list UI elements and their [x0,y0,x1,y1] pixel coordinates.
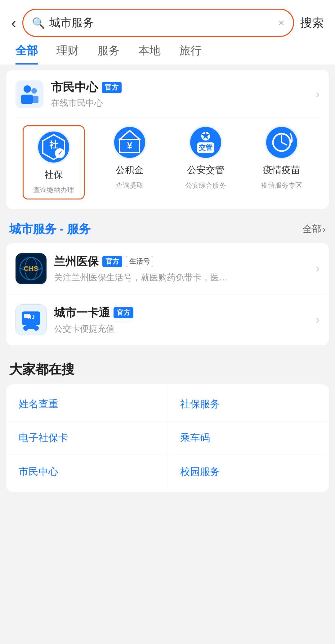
tab-all[interactable]: 全部 [16,43,38,65]
civic-subtitle: 在线市民中心 [51,97,308,109]
gjj-icon: ¥ [113,125,147,159]
popular-row-1: 姓名查重 社保服务 [6,387,329,421]
lzybao-chevron: › [316,262,319,275]
yikatong-official-badge: 官方 [114,307,133,318]
civic-center-icon [16,80,43,108]
yimiao-desc: 疫情服务专区 [261,181,302,190]
services-list-card: CHS 兰州医保 官方 生活号 关注兰州医保生活号，就医购药免带卡，医… › N… [6,243,329,345]
popular-title: 大家都在搜 [0,351,335,384]
svg-point-3 [31,88,37,94]
popular-section: 大家都在搜 姓名查重 社保服务 电子社保卡 乘车码 市民中心 校园服务 [0,351,335,492]
civic-chevron: › [316,88,319,101]
civic-center-card: 市民中心 官方 在线市民中心 › 社 ✓ 社保 [6,70,329,209]
svg-text:¥: ¥ [127,140,132,150]
svg-point-1 [24,85,31,93]
popular-grid: 姓名查重 社保服务 电子社保卡 乘车码 市民中心 校园服务 [6,384,329,492]
lzybao-name: 兰州医保 官方 生活号 [54,254,308,269]
popular-item-shebao-service[interactable]: 社保服务 [168,387,329,421]
civic-title: 市民中心 官方 [51,79,308,95]
svg-rect-34 [26,325,36,329]
service-grid: 社 ✓ 社保 查询缴纳办理 ¥ 公积金 查询提取 [16,125,319,199]
search-input[interactable]: 城市服务 [49,15,274,30]
yimiao-icon [265,125,299,159]
gjj-desc: 查询提取 [116,181,143,190]
lzybao-official-badge: 官方 [102,256,122,267]
yimiao-name: 疫情疫苗 [263,164,300,177]
clear-icon[interactable]: × [278,17,284,29]
jiaoguan-desc: 公安综合服务 [185,181,226,190]
lzybao-desc: 关注兰州医保生活号，就医购药免带卡，医… [54,272,308,284]
lzybao-life-badge: 生活号 [126,256,153,267]
view-all-button[interactable]: 全部 › [303,223,326,235]
tab-service[interactable]: 服务 [97,43,120,65]
header: ‹ 🔍 城市服务 × 搜索 [0,0,335,37]
tab-travel[interactable]: 旅行 [179,43,202,65]
svg-text:✓: ✓ [57,150,62,156]
shebao-name: 社保 [44,168,63,181]
yikatong-chevron: › [316,313,319,326]
tab-bar: 全部 理财 服务 本地 旅行 [0,37,335,65]
service-item-shebao[interactable]: 社 ✓ 社保 查询缴纳办理 [23,125,85,199]
search-bar[interactable]: 🔍 城市服务 × [22,9,294,37]
lzybao-logo: CHS [16,253,47,284]
lzybao-info: 兰州医保 官方 生活号 关注兰州医保生活号，就医购药免带卡，医… [54,254,308,284]
yikatong-name: 城市一卡通 官方 [54,305,308,320]
tab-finance[interactable]: 理财 [56,43,79,65]
gjj-name: 公积金 [116,164,144,177]
popular-item-eshebaoka[interactable]: 电子社保卡 [6,421,168,455]
jiaoguan-name: 公安交管 [187,164,224,177]
svg-rect-0 [16,80,43,108]
yikatong-desc: 公交卡便捷充值 [54,323,308,335]
svg-text:社: 社 [49,140,58,150]
svg-text:交管: 交管 [199,144,212,151]
service-item-jiaoguan[interactable]: 交管 公安交管 公安综合服务 [175,125,237,199]
jiaoguan-icon: 交管 [189,125,223,159]
back-button[interactable]: ‹ [11,16,16,30]
popular-item-chechema[interactable]: 乘车码 [168,421,329,455]
shebao-icon: 社 ✓ [37,130,71,164]
civic-info: 市民中心 官方 在线市民中心 [51,79,308,109]
svg-text:NJ: NJ [27,314,34,320]
popular-row-2: 电子社保卡 乘车码 [6,421,329,455]
city-services-header: 城市服务 - 服务 全部 › [0,215,335,243]
yikatong-info: 城市一卡通 官方 公交卡便捷充值 [54,305,308,335]
popular-item-shiminzhongxin[interactable]: 市民中心 [6,455,168,489]
list-item-yikatong[interactable]: NJ 城市一卡通 官方 公交卡便捷充值 › [6,294,329,345]
official-badge: 官方 [102,82,122,93]
yikatong-logo: NJ [16,304,47,335]
search-icon: 🔍 [32,17,45,29]
service-item-yimiao[interactable]: 疫情疫苗 疫情服务专区 [251,125,313,199]
service-item-gjj[interactable]: ¥ 公积金 查询提取 [99,125,161,199]
shebao-desc: 查询缴纳办理 [33,186,74,195]
popular-item-xingming[interactable]: 姓名查重 [6,387,168,421]
popular-row-3: 市民中心 校园服务 [6,455,329,489]
civic-center-row[interactable]: 市民中心 官方 在线市民中心 › [16,79,319,118]
city-services-title: 城市服务 - 服务 [9,221,91,237]
search-button[interactable]: 搜索 [300,15,324,31]
popular-item-xiaoyuan[interactable]: 校园服务 [168,455,329,489]
svg-rect-4 [30,96,38,103]
list-item-lzybao[interactable]: CHS 兰州医保 官方 生活号 关注兰州医保生活号，就医购药免带卡，医… › [6,243,329,294]
tab-local[interactable]: 本地 [138,43,161,65]
svg-text:CHS: CHS [24,265,38,272]
